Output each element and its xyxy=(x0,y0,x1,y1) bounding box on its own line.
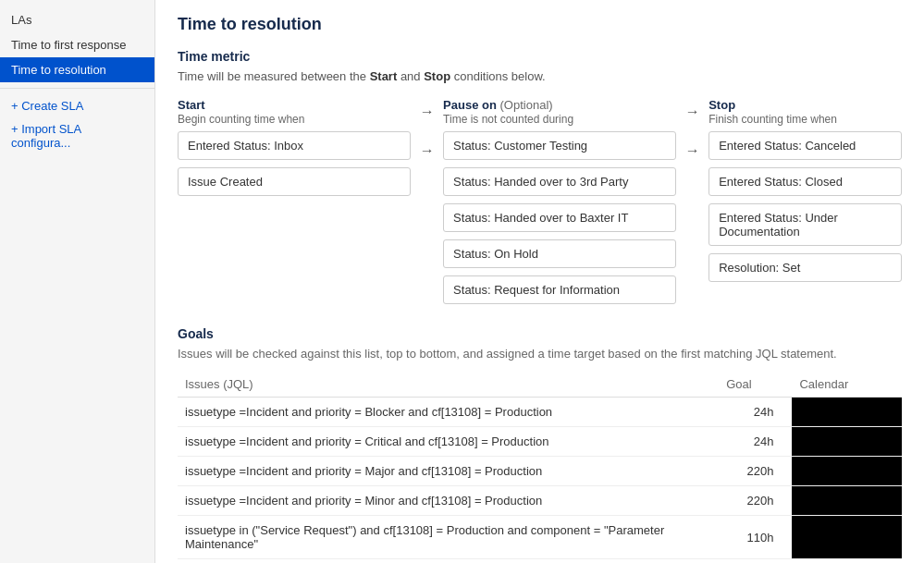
columns-body: Entered Status: Inbox Issue Created → St… xyxy=(178,131,902,304)
td-jql: issuetype =Incident and priority = Criti… xyxy=(178,427,719,457)
th-goal: Goal xyxy=(719,372,792,398)
pause-conditions-col: Status: Customer Testing Status: Handed … xyxy=(443,131,676,304)
sidebar-divider xyxy=(0,88,154,89)
arrow-pause-stop: → xyxy=(685,142,700,159)
time-metric-section: Time metric Time will be measured betwee… xyxy=(178,49,902,304)
col-arrow-2: → xyxy=(676,131,708,159)
goals-desc: Issues will be checked against this list… xyxy=(178,347,902,361)
goals-title: Goals xyxy=(178,326,902,341)
page-title: Time to resolution xyxy=(178,15,902,34)
td-calendar xyxy=(792,516,902,559)
time-metric-desc: Time will be measured between the Start … xyxy=(178,69,902,83)
td-calendar xyxy=(792,457,902,486)
start-to-pause-arrow: → xyxy=(420,104,435,120)
condition-issue-created[interactable]: Issue Created xyxy=(178,167,411,196)
td-jql: issuetype in ("Service Request") and cf[… xyxy=(178,516,719,559)
col-arrow-1: → xyxy=(411,131,443,159)
import-sla-link[interactable]: + Import SLA configura... xyxy=(0,117,154,154)
stop-label: Stop xyxy=(708,98,837,112)
start-col-header: Start Begin counting time when xyxy=(178,98,411,126)
start-conditions-col: Entered Status: Inbox Issue Created xyxy=(178,131,411,196)
start-label: Start xyxy=(178,98,304,112)
start-sublabel: Begin counting time when xyxy=(178,113,304,126)
goals-table: Issues (JQL) Goal Calendar issuetype =In… xyxy=(178,372,902,559)
td-calendar xyxy=(792,398,902,427)
condition-request-for-info[interactable]: Status: Request for Information xyxy=(443,275,676,304)
stop-col-header: Stop Finish counting time when xyxy=(708,98,902,126)
table-row[interactable]: issuetype =Incident and priority = Block… xyxy=(178,398,902,427)
table-row[interactable]: issuetype =Incident and priority = Major… xyxy=(178,457,902,486)
pause-label: Pause on (Optional) xyxy=(443,98,573,112)
pause-sublabel: Time is not counted during xyxy=(443,113,573,126)
th-calendar: Calendar xyxy=(792,372,902,398)
condition-handed-over-baxter[interactable]: Status: Handed over to Baxter IT xyxy=(443,203,676,232)
condition-customer-testing[interactable]: Status: Customer Testing xyxy=(443,131,676,160)
sidebar: LAs Time to first response Time to resol… xyxy=(0,0,155,563)
pause-to-stop-arrow: → xyxy=(685,104,700,120)
time-metric-title: Time metric xyxy=(178,49,902,64)
condition-entered-status-inbox[interactable]: Entered Status: Inbox xyxy=(178,131,411,160)
condition-entered-under-documentation[interactable]: Entered Status: Under Documentation xyxy=(708,203,902,246)
td-goal: 24h xyxy=(719,427,792,457)
main-content: Time to resolution Time metric Time will… xyxy=(155,0,924,563)
td-goal: 220h xyxy=(719,457,792,486)
arrow-start-pause: → xyxy=(420,142,435,159)
td-calendar xyxy=(792,427,902,457)
condition-handed-over-3rd[interactable]: Status: Handed over to 3rd Party xyxy=(443,167,676,196)
create-sla-link[interactable]: + Create SLA xyxy=(0,94,154,117)
td-jql: issuetype =Incident and priority = Minor… xyxy=(178,486,719,516)
condition-entered-canceled[interactable]: Entered Status: Canceled xyxy=(708,131,902,160)
goals-section: Goals Issues will be checked against thi… xyxy=(178,326,902,559)
table-row[interactable]: issuetype =Incident and priority = Minor… xyxy=(178,486,902,516)
sidebar-item-las[interactable]: LAs xyxy=(0,7,154,32)
td-calendar xyxy=(792,486,902,516)
td-goal: 24h xyxy=(719,398,792,427)
stop-sublabel: Finish counting time when xyxy=(708,113,837,126)
pause-col-header: Pause on (Optional) Time is not counted … xyxy=(443,98,676,126)
condition-resolution-set[interactable]: Resolution: Set xyxy=(708,253,902,282)
table-row[interactable]: issuetype in ("Service Request") and cf[… xyxy=(178,516,902,559)
td-jql: issuetype =Incident and priority = Block… xyxy=(178,398,719,427)
sidebar-item-time-to-first-response[interactable]: Time to first response xyxy=(0,32,154,57)
table-row[interactable]: issuetype =Incident and priority = Criti… xyxy=(178,427,902,457)
th-jql: Issues (JQL) xyxy=(178,372,719,398)
stop-conditions-col: Entered Status: Canceled Entered Status:… xyxy=(708,131,902,282)
condition-on-hold[interactable]: Status: On Hold xyxy=(443,239,676,268)
condition-entered-closed[interactable]: Entered Status: Closed xyxy=(708,167,902,196)
columns-header: Start Begin counting time when → Pause o… xyxy=(178,98,902,126)
goals-table-header-row: Issues (JQL) Goal Calendar xyxy=(178,372,902,398)
td-goal: 110h xyxy=(719,516,792,559)
td-jql: issuetype =Incident and priority = Major… xyxy=(178,457,719,486)
td-goal: 220h xyxy=(719,486,792,516)
sidebar-item-time-to-resolution[interactable]: Time to resolution xyxy=(0,57,154,82)
